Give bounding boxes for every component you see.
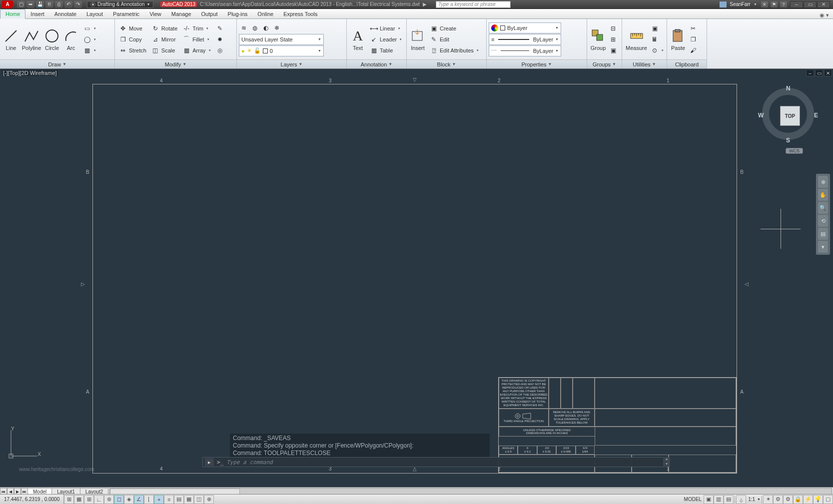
- qp-button[interactable]: ▦: [184, 495, 194, 504]
- qat-save-icon[interactable]: 💾: [36, 1, 44, 8]
- tpy-button[interactable]: ▤: [174, 495, 184, 504]
- scale-label[interactable]: 1:1: [746, 497, 757, 502]
- vp-close-button[interactable]: ✕: [824, 69, 832, 76]
- navbar-more-icon[interactable]: ▾: [818, 241, 828, 253]
- wcs-badge[interactable]: WCS: [786, 148, 803, 154]
- linear-button[interactable]: ⟷Linear▾: [368, 23, 404, 34]
- dyn-button[interactable]: +: [154, 495, 164, 504]
- panel-title-utilities[interactable]: Utilities▼: [622, 59, 667, 68]
- group-button[interactable]: Group: [589, 20, 607, 58]
- cut-button[interactable]: ✂: [688, 23, 698, 34]
- help-icon[interactable]: ?: [780, 1, 787, 7]
- fillet-button[interactable]: ⌒Fillet▾: [180, 34, 212, 45]
- space-label[interactable]: MODEL: [682, 497, 704, 502]
- linetype-dropdown[interactable]: ⋯ByLayer▼: [489, 45, 561, 56]
- qat-undo-icon[interactable]: ↶: [64, 1, 72, 8]
- qat-saveas-icon[interactable]: ⎘: [45, 1, 53, 8]
- sc-button[interactable]: ◫: [194, 495, 204, 504]
- orbit-icon[interactable]: ⟲: [818, 215, 828, 227]
- create-button[interactable]: ▣Create: [428, 23, 481, 34]
- measure-button[interactable]: Measure: [624, 20, 649, 58]
- commandline-scroll[interactable]: ▲▼: [663, 457, 670, 467]
- signin-icon[interactable]: [720, 1, 727, 7]
- grid-button[interactable]: ⊞: [84, 495, 94, 504]
- help-search-input[interactable]: Type a keyword or phrase: [436, 1, 511, 8]
- annovisibility-icon[interactable]: ✶: [763, 495, 773, 504]
- ungroup-button[interactable]: ⊟: [608, 23, 618, 34]
- viewcube-top[interactable]: TOP: [780, 106, 800, 126]
- line-button[interactable]: Line: [2, 20, 20, 58]
- panel-title-block[interactable]: Block▼: [407, 59, 486, 68]
- isolate-icon[interactable]: 💡: [813, 495, 823, 504]
- panel-title-modify[interactable]: Modify▼: [115, 59, 236, 68]
- coordinates-readout[interactable]: 17.4467, 6.2319 , 0.0000: [0, 495, 64, 504]
- ortho-button[interactable]: ∟: [94, 495, 104, 504]
- paste-button[interactable]: Paste: [669, 20, 687, 58]
- command-input[interactable]: Type a command: [226, 459, 666, 466]
- qat-redo-icon[interactable]: ↷: [74, 1, 82, 8]
- tab-layout[interactable]: Layout: [81, 9, 108, 18]
- editattr-button[interactable]: ⍰Edit Attributes▾: [428, 45, 481, 56]
- edit-button[interactable]: ✎Edit: [428, 34, 481, 45]
- table-button[interactable]: ▦Table: [368, 45, 404, 56]
- erase-button[interactable]: ✎: [214, 23, 226, 34]
- groupedit-button[interactable]: ⊞: [608, 34, 618, 45]
- mirror-button[interactable]: ⊿Mirror: [149, 34, 179, 45]
- doc-nav-icon[interactable]: ▶: [423, 1, 427, 7]
- qat-plot-icon[interactable]: ⎙: [55, 1, 63, 8]
- osnap-button[interactable]: ◻: [114, 495, 124, 504]
- viewport-label[interactable]: [-][Top][2D Wireframe]: [2, 70, 58, 76]
- minimize-button[interactable]: –: [790, 1, 803, 8]
- copyclip-button[interactable]: ❐: [688, 34, 698, 45]
- workspace-dropdown[interactable]: Drafting & Annotation ▼: [87, 1, 153, 8]
- workspace-switch-icon[interactable]: ⚙: [783, 495, 793, 504]
- tab-parametric[interactable]: Parametric: [108, 9, 144, 18]
- tab-view[interactable]: View: [144, 9, 166, 18]
- scale-button[interactable]: ◫Scale: [149, 45, 179, 56]
- rectangle-button[interactable]: ▭▾: [81, 23, 98, 34]
- 3dosnap-button[interactable]: ◈: [124, 495, 134, 504]
- tab-online[interactable]: Online: [252, 9, 278, 18]
- panel-title-properties[interactable]: Properties▼: [487, 59, 587, 68]
- ribbon-collapse-icon[interactable]: ◉ ▾: [816, 12, 833, 18]
- tab-insert[interactable]: Insert: [25, 9, 49, 18]
- close-button[interactable]: ✕: [817, 1, 830, 8]
- text-button[interactable]: A Text: [349, 20, 367, 58]
- layer-dropdown[interactable]: ● ☀ 🔓 0 ▼: [239, 45, 324, 56]
- layeriso-button[interactable]: ◐: [261, 22, 271, 33]
- tab-manage[interactable]: Manage: [166, 9, 196, 18]
- tab-expresstools[interactable]: Express Tools: [278, 9, 322, 18]
- stayconnected-icon[interactable]: ⚑: [771, 1, 778, 7]
- otrack-button[interactable]: ∠: [134, 495, 144, 504]
- quickcalc-button[interactable]: 🖩: [650, 34, 665, 45]
- stretch-button[interactable]: ⇔Stretch: [117, 45, 148, 56]
- showmotion-icon[interactable]: ▤: [818, 228, 828, 240]
- circle-button[interactable]: Circle: [43, 20, 61, 58]
- insert-button[interactable]: Insert: [409, 20, 427, 58]
- cmdline-recent-icon[interactable]: ▸: [205, 458, 214, 466]
- quickview-drawings-icon[interactable]: ▤: [724, 495, 734, 504]
- tab-home[interactable]: Home: [0, 9, 25, 19]
- fullnav-icon[interactable]: ⊕: [818, 176, 828, 188]
- pan-icon[interactable]: ✋: [818, 189, 828, 201]
- infer-button[interactable]: ⊞: [64, 495, 74, 504]
- offset-button[interactable]: ◎: [214, 45, 226, 56]
- app-icon[interactable]: A: [2, 0, 13, 8]
- qat-open-icon[interactable]: ➥: [26, 1, 34, 8]
- panel-title-annotation[interactable]: Annotation▼: [347, 59, 406, 68]
- lwt-button[interactable]: ≡: [164, 495, 174, 504]
- maximize-button[interactable]: ▭: [804, 1, 817, 8]
- tab-output[interactable]: Output: [196, 9, 223, 18]
- qat-new-icon[interactable]: ▢: [17, 1, 25, 8]
- panel-title-groups[interactable]: Groups▼: [587, 59, 622, 68]
- layerstate-dropdown[interactable]: Unsaved Layer State▼: [239, 34, 324, 45]
- ducs-button[interactable]: ⌊: [144, 495, 154, 504]
- selectall-button[interactable]: ▣: [650, 23, 665, 34]
- arc-button[interactable]: Arc: [62, 20, 80, 58]
- annoauto-icon[interactable]: ⚙: [773, 495, 783, 504]
- hatch-button[interactable]: ▦▾: [81, 45, 98, 56]
- array-button[interactable]: ▦Array▾: [180, 45, 212, 56]
- explode-button[interactable]: ✸: [214, 34, 226, 45]
- layerprops-button[interactable]: ≋: [239, 22, 249, 33]
- ellipse-button[interactable]: ◯▾: [81, 34, 98, 45]
